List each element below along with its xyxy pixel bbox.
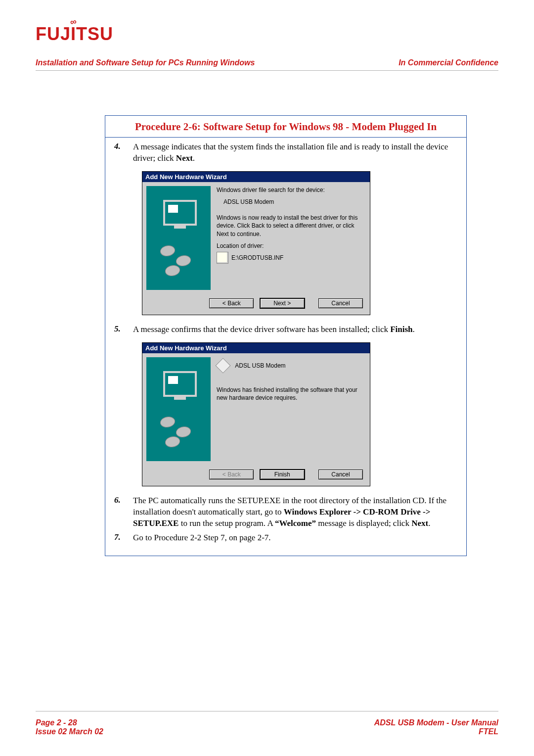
footer-page: Page 2 - 28 xyxy=(36,718,103,727)
page-header: Installation and Software Setup for PCs … xyxy=(36,58,498,71)
footer-rule xyxy=(36,711,498,711)
wizard2-main: ADSL USB Modem Windows has finished inst… xyxy=(217,357,366,461)
wizard1-loc-path: E:\GRODTUSB.INF xyxy=(231,254,283,262)
disc-icon xyxy=(175,426,192,437)
wizard2-line1: Windows has finished installing the soft… xyxy=(217,386,366,402)
monitor-icon xyxy=(163,371,197,397)
diamond-icon xyxy=(215,358,230,373)
footer-issue: Issue 02 March 02 xyxy=(36,727,103,736)
step-7: 7. Go to Procedure 2-2 Step 7, on page 2… xyxy=(114,532,457,544)
monitor-icon xyxy=(163,200,197,226)
cancel-button[interactable]: Cancel xyxy=(318,298,363,308)
wizard2-title: Add New Hardware Wizard xyxy=(142,343,370,353)
finish-button[interactable]: Finish xyxy=(260,469,305,480)
step-num: 5. xyxy=(114,324,133,335)
back-button[interactable]: < Back xyxy=(209,298,254,308)
disc-icon xyxy=(164,265,181,276)
step-4: 4. A message indicates that the system f… xyxy=(114,142,457,164)
footer-org: FTEL xyxy=(374,727,498,736)
wizard1-line2: Windows is now ready to install the best… xyxy=(217,214,366,238)
header-right: In Commercial Confidence xyxy=(399,58,498,67)
disc-icon xyxy=(164,436,181,447)
wizard2-device: ADSL USB Modem xyxy=(235,362,285,369)
wizard1-side-graphic xyxy=(146,186,211,290)
step-num: 6. xyxy=(114,495,133,529)
wizard1-title: Add New Hardware Wizard xyxy=(142,172,370,182)
disc-icon xyxy=(159,245,176,256)
step-5: 5. A message confirms that the device dr… xyxy=(114,324,457,335)
back-button-disabled: < Back xyxy=(209,470,254,479)
wizard-screenshot-1: Add New Hardware Wizard Windows driver f… xyxy=(142,171,370,315)
next-button[interactable]: Next > xyxy=(260,298,305,309)
disc-icon xyxy=(175,255,192,266)
step-num: 7. xyxy=(114,532,133,544)
wizard1-device: ADSL USB Modem xyxy=(217,198,366,206)
header-left: Installation and Software Setup for PCs … xyxy=(36,58,255,67)
brand-logo: ∞ FUJITSU xyxy=(36,24,498,45)
procedure-box: Procedure 2-6: Software Setup for Window… xyxy=(105,115,467,556)
document-icon xyxy=(217,252,228,264)
wizard1-line1: Windows driver file search for the devic… xyxy=(217,186,366,194)
page-footer: Page 2 - 28 Issue 02 March 02 ADSL USB M… xyxy=(36,718,498,736)
step-text: A message confirms that the device drive… xyxy=(133,324,415,335)
wizard1-main: Windows driver file search for the devic… xyxy=(217,186,366,290)
footer-doc-title: ADSL USB Modem - User Manual xyxy=(374,718,498,727)
step-6: 6. The PC automatically runs the SETUP.E… xyxy=(114,495,457,529)
wizard-screenshot-2: Add New Hardware Wizard ADSL USB Modem xyxy=(142,342,370,486)
wizard2-side-graphic xyxy=(146,357,211,461)
procedure-title: Procedure 2-6: Software Setup for Window… xyxy=(105,116,466,138)
step-text: Go to Procedure 2-2 Step 7, on page 2-7. xyxy=(133,532,271,544)
cancel-button[interactable]: Cancel xyxy=(318,470,363,479)
step-text: The PC automatically runs the SETUP.EXE … xyxy=(133,495,457,529)
wizard1-loc-label: Location of driver: xyxy=(217,242,366,250)
step-text: A message indicates that the system find… xyxy=(133,142,457,164)
disc-icon xyxy=(159,417,176,427)
step-num: 4. xyxy=(114,142,133,164)
